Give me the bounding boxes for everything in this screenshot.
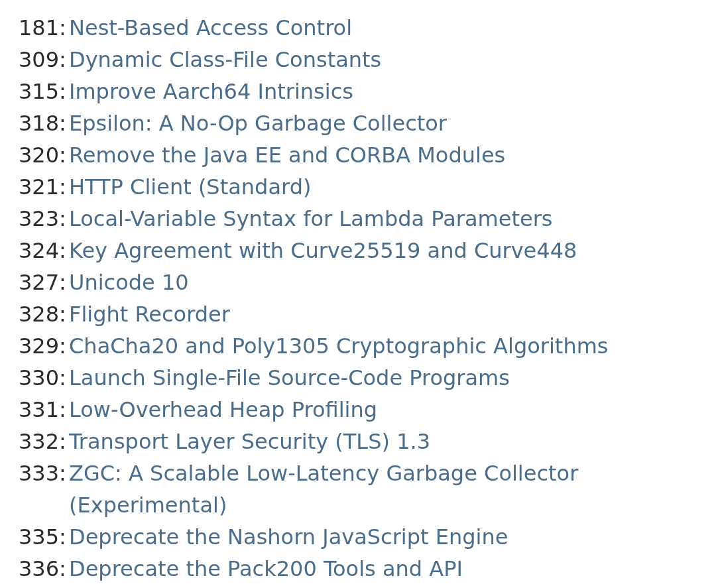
jep-title-link[interactable]: Flight Recorder — [69, 298, 697, 330]
jep-list: 181Nest-Based Access Control309Dynamic C… — [19, 12, 697, 585]
jep-row: 181Nest-Based Access Control — [19, 12, 697, 44]
jep-title-link[interactable]: Transport Layer Security (TLS) 1.3 — [69, 426, 697, 457]
jep-title-link[interactable]: HTTP Client (Standard) — [69, 171, 697, 203]
jep-title-link[interactable]: Deprecate the Nashorn JavaScript Engine — [69, 521, 697, 553]
jep-id: 336 — [19, 553, 69, 585]
jep-id: 318 — [19, 107, 69, 139]
jep-id: 332 — [19, 426, 69, 457]
jep-row: 320Remove the Java EE and CORBA Modules — [19, 139, 697, 171]
jep-id: 320 — [19, 139, 69, 171]
jep-row: 335Deprecate the Nashorn JavaScript Engi… — [19, 521, 697, 553]
jep-title-link[interactable]: Nest-Based Access Control — [69, 12, 697, 44]
jep-row: 315Improve Aarch64 Intrinsics — [19, 76, 697, 107]
jep-row: 328Flight Recorder — [19, 298, 697, 330]
jep-id: 324 — [19, 235, 69, 266]
jep-title-link[interactable]: Unicode 10 — [69, 266, 697, 298]
jep-id: 181 — [19, 12, 69, 44]
jep-row: 321HTTP Client (Standard) — [19, 171, 697, 203]
jep-id: 331 — [19, 394, 69, 426]
jep-row: 331Low-Overhead Heap Profiling — [19, 394, 697, 426]
jep-id: 323 — [19, 203, 69, 235]
jep-id: 315 — [19, 76, 69, 107]
jep-row: 309Dynamic Class-File Constants — [19, 44, 697, 76]
jep-row: 336Deprecate the Pack200 Tools and API — [19, 553, 697, 585]
jep-row: 324Key Agreement with Curve25519 and Cur… — [19, 235, 697, 266]
jep-row: 333ZGC: A Scalable Low-Latency Garbage C… — [19, 457, 697, 521]
jep-title-link[interactable]: Local-Variable Syntax for Lambda Paramet… — [69, 203, 697, 235]
jep-id: 335 — [19, 521, 69, 553]
jep-title-link[interactable]: Low-Overhead Heap Profiling — [69, 394, 697, 426]
jep-id: 328 — [19, 298, 69, 330]
jep-row: 327Unicode 10 — [19, 266, 697, 298]
jep-row: 318Epsilon: A No-Op Garbage Collector — [19, 107, 697, 139]
jep-title-link[interactable]: Dynamic Class-File Constants — [69, 44, 697, 76]
jep-title-link[interactable]: Epsilon: A No-Op Garbage Collector — [69, 107, 697, 139]
jep-id: 321 — [19, 171, 69, 203]
jep-title-link[interactable]: Key Agreement with Curve25519 and Curve4… — [69, 235, 697, 266]
jep-title-link[interactable]: Deprecate the Pack200 Tools and API — [69, 553, 697, 585]
jep-title-link[interactable]: Improve Aarch64 Intrinsics — [69, 76, 697, 107]
jep-row: 330Launch Single-File Source-Code Progra… — [19, 362, 697, 394]
jep-row: 323Local-Variable Syntax for Lambda Para… — [19, 203, 697, 235]
jep-id: 327 — [19, 266, 69, 298]
jep-id: 309 — [19, 44, 69, 76]
jep-title-link[interactable]: Launch Single-File Source-Code Programs — [69, 362, 697, 394]
jep-id: 329 — [19, 330, 69, 362]
jep-id: 330 — [19, 362, 69, 394]
jep-title-link[interactable]: Remove the Java EE and CORBA Modules — [69, 139, 697, 171]
jep-title-link[interactable]: ZGC: A Scalable Low-Latency Garbage Coll… — [69, 457, 697, 521]
jep-row: 332Transport Layer Security (TLS) 1.3 — [19, 426, 697, 457]
jep-title-link[interactable]: ChaCha20 and Poly1305 Cryptographic Algo… — [69, 330, 697, 362]
jep-row: 329ChaCha20 and Poly1305 Cryptographic A… — [19, 330, 697, 362]
jep-id: 333 — [19, 457, 69, 489]
